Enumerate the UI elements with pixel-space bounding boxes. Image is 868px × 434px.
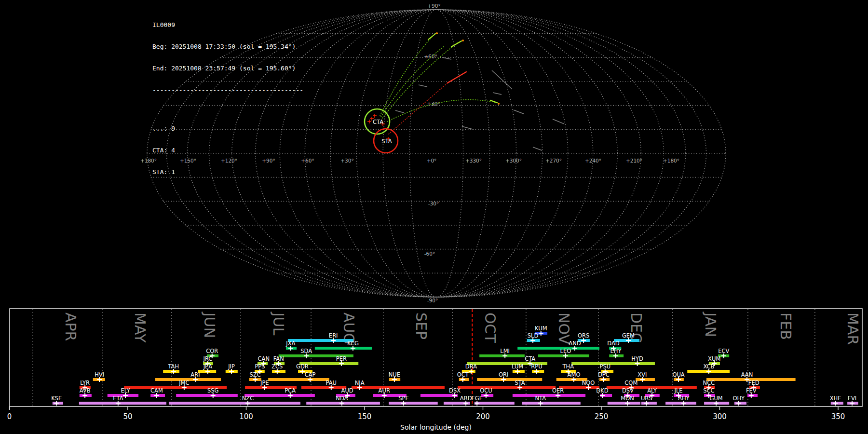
- shower-code-label-psu: PSU: [600, 363, 611, 370]
- axis-tick-label: 0: [7, 412, 12, 421]
- sporadic-meteor-track: [493, 93, 502, 95]
- shower-code-label-noo: NOO: [582, 380, 595, 386]
- shower-bar-lmi: [479, 354, 525, 357]
- shower-code-label-sta: STA: [515, 380, 525, 386]
- radiant-label-cta: CTA: [373, 119, 383, 125]
- shower-bar-cap: [268, 378, 329, 381]
- shower-bar-eta: [79, 402, 166, 405]
- shower-code-label-tha: THA: [562, 363, 574, 370]
- shower-code-label-dsx: DSX: [449, 387, 461, 394]
- shower-code-label-xvi: XVI: [637, 371, 647, 378]
- map-latitude-label: +60°: [424, 54, 437, 59]
- shower-code-label-cap: CAP: [305, 371, 316, 378]
- shower-code-label-ors: ORS: [578, 332, 589, 339]
- shower-bar-noo: [559, 386, 599, 389]
- shower-code-label-ncc: NCC: [703, 380, 715, 386]
- shower-code-label-cta: CTA: [525, 355, 535, 362]
- map-longitude-label: +240°: [585, 158, 601, 163]
- shower-bar-ege: [475, 402, 515, 405]
- shower-bar-pau: [301, 386, 346, 389]
- shower-bar-ssg: [176, 394, 238, 397]
- map-longitude-label: +330°: [465, 158, 482, 163]
- shower-code-label-lum: LUM: [512, 363, 523, 370]
- shower-code-label-and: AND: [569, 340, 581, 347]
- axis-tick-label: 250: [595, 412, 609, 421]
- sporadic-count: ...: 9: [152, 125, 303, 132]
- shower-code-label-sld: SLD: [528, 332, 539, 339]
- sporadic-meteor-track: [442, 57, 451, 59]
- shower-code-label-nda: NDA: [336, 395, 348, 402]
- shower-code-label-mon: MON: [621, 395, 634, 402]
- shower-code-label-spe: SPE: [398, 395, 409, 402]
- map-longitude-label: +30°: [340, 158, 353, 163]
- shower-code-label-tah: TAH: [167, 363, 179, 370]
- shower-code-label-nzc: NZC: [242, 395, 254, 402]
- shower-code-label-ohy: OHY: [732, 395, 745, 402]
- axis-tick-label: 150: [358, 412, 372, 421]
- shower-code-label-amo: AMO: [568, 371, 581, 378]
- sporadic-meteor-track: [462, 126, 473, 129]
- shower-code-label-nta: NTA: [535, 395, 546, 402]
- radiant-label-sta: STA: [381, 138, 392, 145]
- shower-code-label-hvi: HVI: [95, 371, 104, 378]
- shower-code-label-per: PER: [336, 355, 347, 362]
- shower-code-label-oer: OER: [552, 387, 564, 394]
- sporadic-meteor-track: [492, 70, 512, 89]
- shower-code-label-ecv: ECV: [718, 348, 729, 354]
- meteor-track-begin-point: [436, 32, 438, 34]
- meteor-track-bright-segment: [490, 100, 497, 103]
- month-label-jul: JUL: [270, 312, 287, 336]
- shower-code-label-pca: PCA: [285, 387, 296, 394]
- meteor-track-bright-segment: [451, 41, 461, 47]
- shower-code-label-kcg: KCG: [347, 340, 359, 347]
- shower-code-label-pps: PPS: [255, 363, 265, 370]
- shower-code-label-dsv: DSV: [622, 387, 634, 394]
- shower-code-label-leo: LEO: [560, 348, 571, 354]
- shower-bar-and: [517, 347, 599, 350]
- shower-bar-nta: [522, 402, 581, 405]
- map-latitude-label: -30°: [428, 201, 439, 206]
- shower-code-label-szc: SZC: [250, 371, 261, 378]
- shower-code-label-nia: NIA: [355, 380, 365, 386]
- meteor-track-dotted: [389, 83, 448, 134]
- shower-code-label-scc: SCC: [703, 387, 714, 394]
- shower-code-label-dra: DRA: [465, 363, 477, 370]
- map-longitude-label: +300°: [505, 158, 522, 163]
- meteor-track-dotted: [380, 36, 433, 116]
- shower-code-label-hyd: HYD: [631, 355, 643, 362]
- shower-code-label-ahy: AHY: [678, 395, 690, 402]
- axis-tick-label: 50: [123, 412, 132, 421]
- meteor-track-bright-segment: [428, 34, 435, 40]
- shower-bar-oer: [513, 394, 585, 397]
- month-label-jan: JAN: [702, 312, 719, 337]
- radiant-cross-marker: [367, 120, 371, 123]
- map-longitude-label: +270°: [545, 158, 562, 163]
- shower-code-label-ori: ORI: [499, 371, 508, 378]
- shower-code-label-aud: AUD: [341, 387, 353, 394]
- shower-code-label-rpu: RPU: [531, 363, 542, 370]
- shower-bar-ahy: [665, 402, 696, 405]
- shower-bar-hyd: [571, 362, 655, 365]
- shower-bar-pca: [244, 394, 315, 397]
- axis-tick-label: 300: [713, 412, 727, 421]
- shower-bar-spe: [389, 402, 438, 405]
- shower-code-label-aan: AAN: [741, 371, 753, 378]
- map-longitude-label: +0°: [427, 158, 437, 163]
- shower-code-label-cam: CAM: [150, 387, 163, 394]
- shower-code-label-oct: OCT: [457, 371, 469, 378]
- map-longitude-label: +210°: [626, 158, 642, 163]
- map-longitude-label: +180°: [663, 158, 679, 163]
- sta-count: STA: 1: [152, 168, 303, 176]
- shower-code-label-jpe: JPE: [260, 380, 269, 386]
- map-latitude-label: +90°: [427, 3, 440, 9]
- shower-code-label-jmc: JMC: [178, 380, 189, 386]
- shower-code-label-pau: PAU: [326, 380, 337, 386]
- shower-code-label-xcb: XCB: [703, 363, 714, 370]
- shower-code-label-aur: AUR: [379, 387, 390, 394]
- axis-tick-label: 350: [831, 412, 845, 421]
- shower-code-label-xhe: XHE: [830, 395, 841, 402]
- shower-code-label-gdr: GDR: [296, 363, 309, 370]
- shower-bar-ori: [477, 378, 542, 381]
- shower-code-label-urs: URS: [641, 395, 652, 402]
- shower-code-label-ocu: OCU: [480, 387, 492, 394]
